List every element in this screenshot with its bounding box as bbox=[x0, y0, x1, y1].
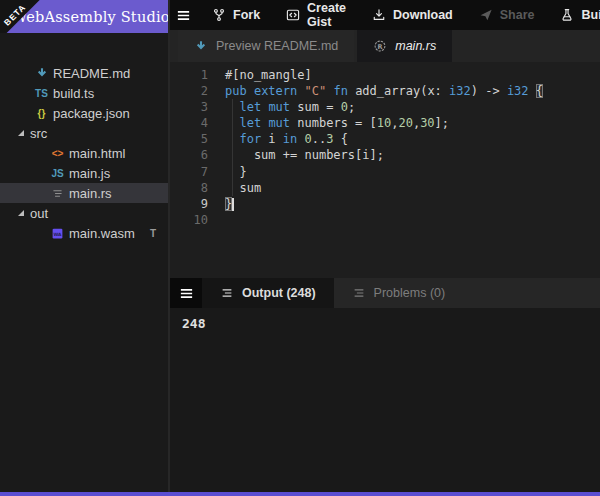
expand-twistie-icon[interactable] bbox=[18, 210, 24, 216]
code-line: 6 sum += numbers[i]; bbox=[170, 147, 600, 163]
line-content: let mut numbers = [10,20,30]; bbox=[208, 115, 449, 131]
button-label: Share bbox=[500, 8, 535, 22]
line-content: sum += numbers[i]; bbox=[208, 147, 384, 163]
panel-tab-label: Problems (0) bbox=[374, 286, 446, 300]
panel-tab-label: Output (248) bbox=[242, 286, 316, 300]
panel-tab-bar: Output (248)Problems (0) bbox=[170, 278, 600, 308]
code-editor[interactable]: 1#[no_mangle]2pub extern "C" fn add_arra… bbox=[170, 62, 600, 283]
tree-item-out[interactable]: out bbox=[0, 203, 168, 223]
tree-item-main-wasm[interactable]: WAmain.wasmT bbox=[0, 223, 168, 243]
tree-item-build-ts[interactable]: TSbuild.ts bbox=[0, 83, 168, 103]
tree-item-main-rs[interactable]: main.rs bbox=[0, 183, 168, 203]
line-content bbox=[208, 212, 225, 228]
button-label: Create Gist bbox=[307, 1, 346, 29]
tree-item-main-js[interactable]: JSmain.js bbox=[0, 163, 168, 183]
tree-item-label: main.js bbox=[69, 166, 110, 181]
toolbar-menu-icon[interactable] bbox=[176, 8, 191, 23]
svg-text:WA: WA bbox=[53, 232, 62, 237]
code-line: 5 for i in 0..3 { bbox=[170, 131, 600, 147]
line-number: 2 bbox=[170, 83, 208, 99]
panel-menu-icon[interactable] bbox=[170, 278, 202, 308]
code-line: 8 sum bbox=[170, 180, 600, 196]
line-content: for i in 0..3 { bbox=[208, 131, 348, 147]
app-header: BETA WebAssembly Studio bbox=[0, 0, 168, 33]
json-icon: {} bbox=[34, 108, 49, 119]
tab-label: main.rs bbox=[395, 39, 436, 53]
output-value: 248 bbox=[182, 316, 205, 331]
build-icon bbox=[560, 8, 574, 22]
text-cursor bbox=[232, 198, 234, 211]
indent-guide bbox=[232, 99, 233, 196]
expand-twistie-icon[interactable] bbox=[18, 130, 24, 136]
share-button: Share bbox=[466, 0, 548, 30]
javascript-icon: JS bbox=[50, 168, 65, 179]
code-line: 9} bbox=[170, 196, 600, 212]
code-line: 10 bbox=[170, 212, 600, 228]
code-lines: 1#[no_mangle]2pub extern "C" fn add_arra… bbox=[170, 67, 600, 228]
share-icon bbox=[479, 8, 493, 22]
tab-preview-readme-md[interactable]: Preview README.md bbox=[178, 30, 354, 62]
tree-item-main-html[interactable]: <>main.html bbox=[0, 143, 168, 163]
html-icon: <> bbox=[50, 148, 65, 159]
output-console: 248 bbox=[170, 308, 600, 492]
line-number: 1 bbox=[170, 67, 208, 83]
tree-item-label: build.ts bbox=[53, 86, 94, 101]
tab-main-rs[interactable]: Rmain.rs bbox=[357, 30, 452, 62]
webassembly-studio-app: BETA WebAssembly Studio README.mdTSbuild… bbox=[0, 0, 600, 496]
line-number: 4 bbox=[170, 115, 208, 131]
tree-item-label: package.json bbox=[53, 106, 130, 121]
editor-tab-bar: Preview README.mdRmain.rs bbox=[170, 30, 600, 62]
problems-icon bbox=[352, 286, 366, 300]
code-line: 3 let mut sum = 0; bbox=[170, 99, 600, 115]
svg-text:R: R bbox=[378, 43, 383, 51]
line-content: pub extern "C" fn add_array(x: i32) -> i… bbox=[208, 83, 543, 99]
line-number: 10 bbox=[170, 212, 208, 228]
line-number: 5 bbox=[170, 131, 208, 147]
tab-label: Preview README.md bbox=[216, 39, 338, 53]
fork-icon bbox=[212, 8, 226, 22]
sidebar: BETA WebAssembly Studio README.mdTSbuild… bbox=[0, 0, 170, 492]
panel-tab-output-248-[interactable]: Output (248) bbox=[202, 278, 334, 308]
code-line: 1#[no_mangle] bbox=[170, 67, 600, 83]
markdown-icon bbox=[194, 39, 208, 53]
code-line: 2pub extern "C" fn add_array(x: i32) -> … bbox=[170, 83, 600, 99]
panel-tab-problems-0-[interactable]: Problems (0) bbox=[334, 278, 464, 308]
create-gist-button[interactable]: Create Gist bbox=[273, 0, 359, 30]
download-button[interactable]: Download bbox=[359, 0, 466, 30]
line-content: } bbox=[208, 196, 234, 212]
line-content: sum bbox=[208, 180, 261, 196]
line-number: 7 bbox=[170, 164, 208, 180]
panel-tabs: Output (248)Problems (0) bbox=[202, 278, 463, 308]
fork-button[interactable]: Fork bbox=[199, 0, 273, 30]
output-icon bbox=[220, 286, 234, 300]
markdown-icon bbox=[34, 66, 49, 80]
tree-item-package-json[interactable]: {}package.json bbox=[0, 103, 168, 123]
button-label: Download bbox=[393, 8, 453, 22]
download-icon bbox=[372, 8, 386, 22]
toolbar-buttons: ForkCreate GistDownloadShareBuildRun bbox=[199, 0, 600, 30]
tree-item-readme-md[interactable]: README.md bbox=[0, 63, 168, 83]
tree-item-label: out bbox=[30, 206, 48, 221]
typescript-icon: TS bbox=[34, 88, 49, 99]
tree-item-label: src bbox=[30, 126, 47, 141]
tree-item-src[interactable]: src bbox=[0, 123, 168, 143]
build-button[interactable]: Build bbox=[547, 0, 600, 30]
bottom-panel: Output (248)Problems (0) 248 bbox=[170, 278, 600, 492]
wasm-icon: WA bbox=[50, 227, 65, 240]
tree-item-label: main.html bbox=[69, 146, 125, 161]
main-area: ForkCreate GistDownloadShareBuildRun Pre… bbox=[170, 0, 600, 492]
tree-item-label: README.md bbox=[53, 66, 130, 81]
tree-item-label: main.wasm bbox=[69, 226, 135, 241]
toolbar: ForkCreate GistDownloadShareBuildRun bbox=[170, 0, 600, 30]
rust-icon: R bbox=[373, 39, 387, 53]
line-number: 8 bbox=[170, 180, 208, 196]
gist-icon bbox=[286, 8, 300, 22]
file-tree: README.mdTSbuild.ts{}package.jsonsrc<>ma… bbox=[0, 33, 168, 243]
button-label: Build bbox=[581, 8, 600, 22]
status-bar bbox=[0, 492, 600, 496]
line-content: } bbox=[208, 164, 247, 180]
button-label: Fork bbox=[233, 8, 260, 22]
rust-file-icon bbox=[50, 187, 65, 200]
code-line: 4 let mut numbers = [10,20,30]; bbox=[170, 115, 600, 131]
line-number: 9 bbox=[170, 196, 208, 212]
